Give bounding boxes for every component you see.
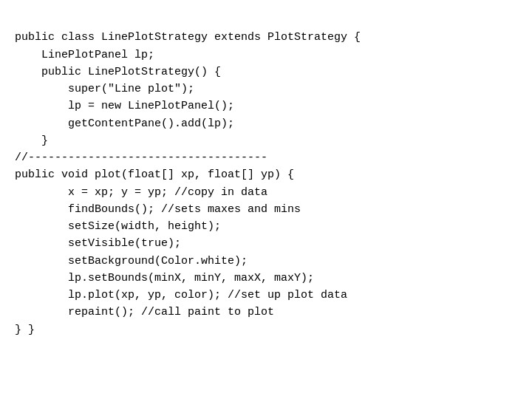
code-line: findBounds(); //sets maxes and mins [15,201,517,218]
code-line: } [15,132,517,149]
code-line: super("Line plot"); [15,81,517,98]
code-line: x = xp; y = yp; //copy in data [15,184,517,201]
code-line: repaint(); //call paint to plot [15,304,517,321]
code-line: public class LinePlotStrategy extends Pl… [15,29,517,46]
code-line: lp = new LinePlotPanel(); [15,98,517,115]
code-block: public class LinePlotStrategy extends Pl… [15,12,517,338]
code-line: getContentPane().add(lp); [15,115,517,132]
code-line: lp.plot(xp, yp, color); //set up plot da… [15,287,517,304]
code-line: setBackground(Color.white); [15,253,517,270]
code-line: setSize(width, height); [15,218,517,235]
code-line: public void plot(float[] xp, float[] yp)… [15,166,517,183]
code-line: //------------------------------------ [15,149,517,166]
code-line: LinePlotPanel lp; [15,47,517,64]
code-line: lp.setBounds(minX, minY, maxX, maxY); [15,270,517,287]
code-line: setVisible(true); [15,235,517,252]
code-line: public LinePlotStrategy() { [15,64,517,81]
code-line: } } [15,321,517,338]
